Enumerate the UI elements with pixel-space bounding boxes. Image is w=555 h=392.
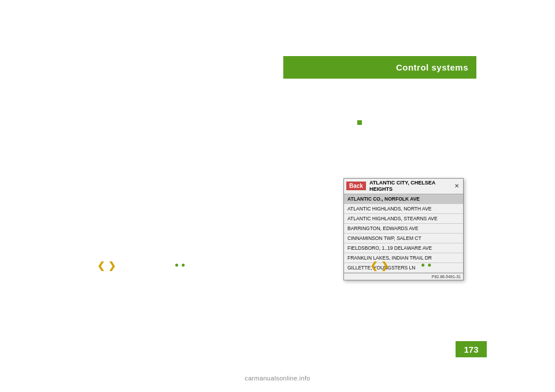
nav-back-button[interactable]: Back bbox=[346, 182, 366, 190]
right-right-arrow-yellow[interactable]: ❯ bbox=[381, 261, 388, 271]
header-title: Control systems bbox=[396, 62, 468, 72]
nav-popup-header-text: ATLANTIC CITY, CHELSEA HEIGHTS bbox=[369, 180, 453, 193]
nav-list-item[interactable]: ATLANTIC HIGHLANDS, NORTH AVE bbox=[344, 204, 463, 214]
right-left-arrow-yellow[interactable]: ❮ bbox=[370, 261, 378, 271]
green-dot-left[interactable]: ● bbox=[175, 261, 179, 268]
nav-list-item[interactable]: FRANKLIN LAKES, INDIAN TRAIL DR bbox=[344, 253, 463, 263]
arrow-controls-left: ❮ ❯ bbox=[97, 261, 116, 271]
green-dot-right[interactable]: ● bbox=[181, 261, 185, 268]
nav-popup-header: Back ATLANTIC CITY, CHELSEA HEIGHTS ✕ bbox=[344, 179, 463, 194]
right-green-dot-left[interactable]: ● bbox=[421, 261, 425, 268]
nav-list-item[interactable]: ATLANTIC CO., NORFOLK AVE bbox=[344, 194, 463, 204]
arrow-controls-mid: ● ● bbox=[175, 261, 186, 268]
indicator-dot bbox=[357, 120, 362, 125]
arrow-controls-right: ❮ ❯ bbox=[370, 261, 388, 271]
nav-list-item[interactable]: GILLETTE, YOUNGSTERS LN bbox=[344, 263, 463, 273]
header-bar: Control systems bbox=[283, 56, 476, 79]
right-arrow-yellow[interactable]: ❯ bbox=[108, 261, 116, 271]
nav-close-button[interactable]: ✕ bbox=[453, 183, 461, 189]
nav-list-item[interactable]: FIELDSBORO, 1..19 DELAWARE AVE bbox=[344, 243, 463, 253]
footer-website: carmanualsonline.info bbox=[245, 375, 310, 382]
nav-popup: Back ATLANTIC CITY, CHELSEA HEIGHTS ✕ AT… bbox=[343, 178, 464, 280]
right-green-dot-right[interactable]: ● bbox=[427, 261, 431, 268]
nav-list: ATLANTIC CO., NORFOLK AVEATLANTIC HIGHLA… bbox=[344, 194, 463, 273]
nav-popup-footer: P82.86-5491-31 bbox=[344, 273, 463, 280]
page-number: 173 bbox=[456, 341, 487, 357]
arrow-controls-right2: ● ● bbox=[421, 261, 432, 268]
nav-list-item[interactable]: ATLANTIC HIGHLANDS, STEARNS AVE bbox=[344, 214, 463, 224]
left-arrow-yellow[interactable]: ❮ bbox=[97, 261, 105, 271]
nav-list-item[interactable]: CINNAMINSON TWP, SALEM CT bbox=[344, 234, 463, 243]
nav-list-item[interactable]: BARRINGTON, EDWARDS AVE bbox=[344, 224, 463, 234]
